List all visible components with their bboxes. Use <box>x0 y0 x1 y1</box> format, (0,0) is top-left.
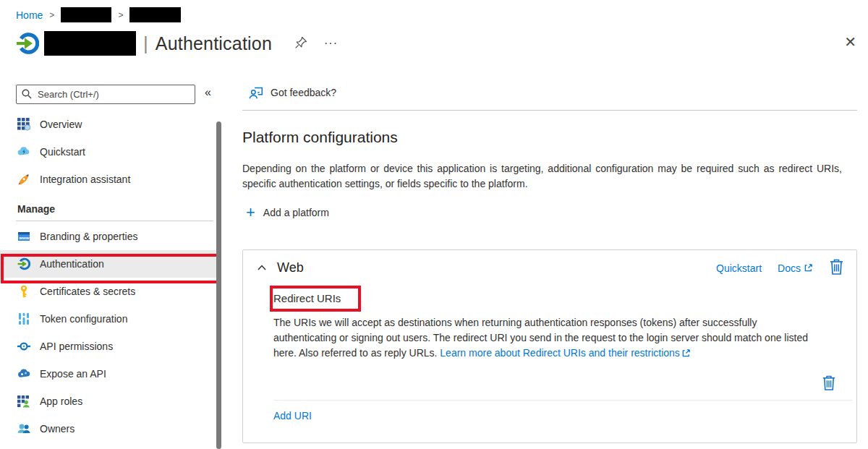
got-feedback-label: Got feedback? <box>271 87 336 98</box>
search-icon <box>21 88 33 100</box>
collapse-sidebar-button[interactable]: « <box>205 86 211 99</box>
branding-properties-icon: www <box>17 230 30 243</box>
sidebar-item-label: App roles <box>40 395 82 407</box>
quickstart-icon <box>17 145 30 158</box>
sidebar-item-label: Certificates & secrets <box>40 286 135 297</box>
command-bar-divider <box>242 110 857 111</box>
breadcrumb: Home > > <box>16 7 181 22</box>
redirect-uris-label: Redirect URIs <box>273 292 341 304</box>
web-card-actions: Quickstart Docs <box>716 258 844 278</box>
redirect-uris-description: The URIs we will accept as destinations … <box>273 315 813 361</box>
close-blade-button[interactable]: ✕ <box>844 35 856 49</box>
sidebar-item-label: Expose an API <box>40 368 106 380</box>
trash-icon <box>822 375 836 391</box>
quickstart-link[interactable]: Quickstart <box>716 262 762 274</box>
sidebar-item-expose-an-api[interactable]: Expose an API <box>0 360 219 388</box>
sidebar-nav: Overview Quickstart Integration assistan… <box>0 111 219 442</box>
breadcrumb-separator: > <box>49 10 54 20</box>
sidebar-search <box>16 85 195 104</box>
sidebar-item-label: Token configuration <box>40 313 127 325</box>
app-roles-icon <box>17 395 30 408</box>
integration-assistant-icon <box>17 173 30 186</box>
collapse-web-section-button[interactable] <box>254 260 270 276</box>
add-platform-button[interactable]: + Add a platform <box>246 206 329 219</box>
add-uri-link[interactable]: Add URI <box>273 410 312 422</box>
sidebar-item-app-roles[interactable]: App roles <box>0 388 219 415</box>
owners-icon <box>17 422 30 435</box>
token-configuration-icon <box>17 312 30 325</box>
authentication-icon <box>17 257 30 270</box>
sidebar-item-quickstart[interactable]: Quickstart <box>0 138 219 166</box>
sidebar-item-label: Integration assistant <box>40 174 130 185</box>
learn-more-redirect-uris-link[interactable]: Learn more about Redirect URIs and their… <box>440 347 690 359</box>
breadcrumb-home-link[interactable]: Home <box>16 9 43 21</box>
chevron-up-icon <box>257 264 267 271</box>
breadcrumb-separator: > <box>118 10 123 20</box>
delete-web-platform-button[interactable] <box>829 258 844 278</box>
page-title: Authentication <box>156 33 272 54</box>
sidebar-item-label: Owners <box>40 423 75 435</box>
sidebar-item-owners[interactable]: Owners <box>0 415 219 442</box>
feedback-icon <box>248 85 264 101</box>
manage-divider <box>16 221 213 221</box>
docs-link-label: Docs <box>778 262 801 274</box>
title-separator: | <box>143 33 148 55</box>
api-permissions-icon <box>17 340 30 353</box>
web-platform-card: Web Quickstart Docs <box>242 249 857 443</box>
sidebar-item-token-configuration[interactable]: Token configuration <box>0 305 219 333</box>
got-feedback-button[interactable]: Got feedback? <box>248 85 336 101</box>
certificates-secrets-icon <box>17 285 30 298</box>
main-content: Got feedback? Platform configurations De… <box>242 76 857 449</box>
breadcrumb-redacted-item[interactable] <box>129 7 181 22</box>
manage-section-header: Manage <box>0 193 219 221</box>
sidebar-item-label: Branding & properties <box>40 231 137 242</box>
sidebar: « Overview Quickstart <box>0 76 224 449</box>
search-input[interactable] <box>16 85 195 104</box>
breadcrumb-redacted-item[interactable] <box>61 7 111 22</box>
overview-icon <box>17 118 30 131</box>
sidebar-item-label: Authentication <box>40 258 104 270</box>
sidebar-item-integration-assistant[interactable]: Integration assistant <box>0 166 219 193</box>
trash-icon <box>829 258 844 275</box>
app-name-redacted <box>44 31 136 56</box>
app-registration-icon <box>16 32 39 55</box>
sidebar-item-label: API permissions <box>40 341 113 352</box>
sidebar-item-label: Quickstart <box>40 146 85 158</box>
uri-row-divider <box>273 400 852 401</box>
svg-text:www: www <box>18 236 29 240</box>
more-commands-button[interactable]: ··· <box>321 35 341 51</box>
delete-redirect-uri-button[interactable] <box>822 375 836 393</box>
expose-api-icon <box>17 367 30 380</box>
learn-more-label: Learn more about Redirect URIs and their… <box>440 347 679 359</box>
sidebar-item-overview[interactable]: Overview <box>0 111 219 138</box>
add-platform-label: Add a platform <box>263 207 329 218</box>
plus-icon: + <box>246 206 255 219</box>
platform-configurations-description: Depending on the platform or device this… <box>242 161 842 192</box>
sidebar-item-label: Overview <box>40 119 82 130</box>
sidebar-item-branding-properties[interactable]: www Branding & properties <box>0 223 219 250</box>
sidebar-item-authentication[interactable]: Authentication <box>0 250 219 278</box>
app-registration-authentication-page: Home > > | Authentication ··· ✕ <box>0 0 868 449</box>
sidebar-scrollbar[interactable] <box>216 121 221 449</box>
page-header: | Authentication ··· <box>16 31 341 56</box>
docs-link[interactable]: Docs <box>778 262 813 274</box>
external-link-icon <box>804 263 813 273</box>
pin-button[interactable] <box>292 34 310 54</box>
web-card-header: Web Quickstart Docs <box>243 258 856 278</box>
platform-configurations-heading: Platform configurations <box>242 129 398 146</box>
sidebar-item-certificates-secrets[interactable]: Certificates & secrets <box>0 278 219 305</box>
external-link-icon <box>681 348 691 358</box>
sidebar-item-api-permissions[interactable]: API permissions <box>0 333 219 360</box>
pin-icon <box>294 35 308 50</box>
web-card-title: Web <box>277 260 304 275</box>
